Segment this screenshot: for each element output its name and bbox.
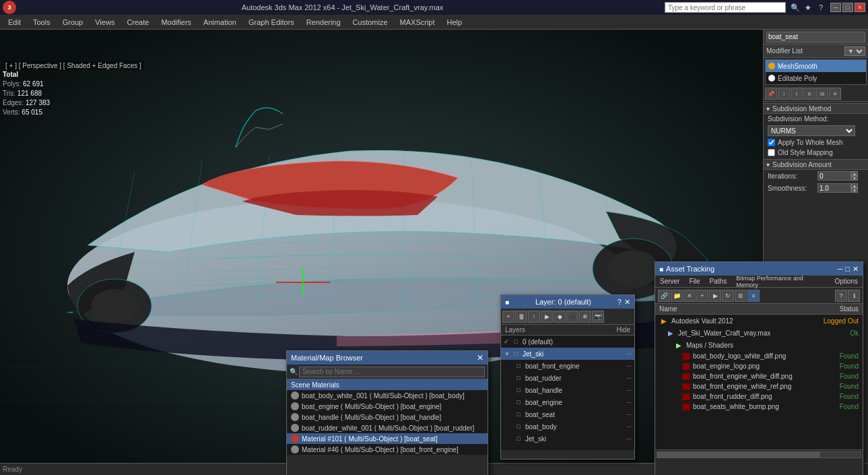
apply-whole-mesh-checkbox[interactable]: [768, 139, 775, 146]
mat-item-0[interactable]: boat_body_white_001 ( Multi/Sub-Object )…: [287, 390, 488, 401]
asset-map-4[interactable]: boat_front_rudder_diff.png Found: [655, 391, 863, 402]
close-button[interactable]: ✕: [855, 3, 865, 12]
asset-close[interactable]: ✕: [853, 265, 859, 274]
search-icon[interactable]: 🔍: [790, 2, 801, 13]
asset-minimize[interactable]: ─: [838, 265, 843, 274]
layer-btn-highlight[interactable]: ⬛: [566, 311, 578, 323]
modifier-editablepoly[interactable]: Editable Poly: [766, 72, 866, 84]
svg-line-11: [471, 161, 478, 306]
mat-item-2[interactable]: boat_handle ( Multi/Sub-Object ) [boat_h…: [287, 412, 488, 422]
menu-item-views[interactable]: Views: [90, 17, 120, 28]
menu-item-help[interactable]: Help: [442, 17, 468, 28]
layer-btn-add[interactable]: ▶: [541, 311, 553, 323]
asset-btn-add[interactable]: +: [696, 290, 708, 302]
old-style-mapping-checkbox[interactable]: [768, 149, 775, 156]
asset-btn-grid[interactable]: ⊞: [735, 290, 747, 302]
iterations-up[interactable]: ▲: [851, 171, 858, 176]
asset-btn-arrow[interactable]: ▶: [709, 290, 721, 302]
asset-menu-server[interactable]: Server: [658, 277, 681, 286]
rp-btn-move[interactable]: ↕: [778, 88, 790, 100]
method-select[interactable]: NURMS Classic Quad Output: [768, 125, 855, 136]
asset-map-2[interactable]: boat_front_engine_white_diff.png Found: [655, 371, 863, 381]
asset-maps-group[interactable]: ▶ Maps / Shaders: [655, 339, 863, 351]
menu-item-edit[interactable]: Edit: [3, 17, 26, 28]
smoothness-down[interactable]: ▼: [851, 188, 858, 193]
help-icon[interactable]: ?: [815, 2, 826, 13]
iterations-down[interactable]: ▼: [851, 176, 858, 181]
object-name-input[interactable]: [766, 32, 865, 42]
asset-map-name-0: boat_body_logo_white_diff.png: [693, 352, 805, 360]
asset-btn-connect[interactable]: 🔗: [658, 290, 670, 302]
rp-btn-4[interactable]: ≡: [829, 88, 841, 100]
asset-maximize[interactable]: □: [845, 265, 850, 274]
layer-name-8: Jet_ski: [525, 435, 546, 443]
modifier-list-dropdown[interactable]: ▼: [844, 46, 865, 56]
layer-item-5[interactable]: □ boat_engine ···: [501, 396, 634, 408]
asset-btn-x[interactable]: ✕: [683, 290, 696, 302]
rp-btn-3[interactable]: III: [816, 88, 828, 100]
asset-map-5[interactable]: boat_seats_white_bump.png Found: [655, 402, 863, 412]
asset-map-name-1: boat_engine_logo.png: [693, 362, 805, 370]
layer-item-8[interactable]: □ Jet_ski ···: [501, 433, 634, 445]
app-logo: 3: [3, 1, 20, 14]
asset-btn-folder[interactable]: 📁: [671, 290, 683, 302]
smoothness-input[interactable]: [817, 183, 851, 193]
rp-btn-1[interactable]: I: [791, 88, 803, 100]
menu-item-tools[interactable]: Tools: [28, 17, 56, 28]
layer-btn-freeze[interactable]: ❄: [579, 311, 591, 323]
layer-item-2[interactable]: □ boat_front_engine ···: [501, 360, 634, 372]
asset-menu-paths[interactable]: Paths: [708, 277, 729, 286]
rp-btn-pin[interactable]: 📌: [765, 88, 777, 100]
asset-menu-options[interactable]: Options: [833, 277, 860, 286]
asset-btn-list[interactable]: ≡: [747, 290, 760, 302]
mat-item-3[interactable]: boat_rudder_white_001 ( Multi/Sub-Object…: [287, 422, 488, 433]
mat-browser-close[interactable]: ✕: [477, 353, 483, 362]
asset-provider[interactable]: ▶ Autodesk Vault 2012 Logged Out: [655, 315, 863, 327]
search-bar[interactable]: [665, 2, 786, 13]
rp-btn-2[interactable]: II: [803, 88, 815, 100]
layer-close[interactable]: ✕: [624, 298, 630, 307]
menu-item-graph-editors[interactable]: Graph Editors: [243, 17, 300, 28]
menu-item-maxscript[interactable]: MAXScript: [395, 17, 440, 28]
mat-item-1[interactable]: boat_engine ( Multi/Sub-Object ) [boat_e…: [287, 401, 488, 412]
asset-map-3[interactable]: boat_front_engine_white_ref.png Found: [655, 381, 863, 391]
menu-item-modifiers[interactable]: Modifiers: [156, 17, 197, 28]
asset-map-0[interactable]: boat_body_logo_white_diff.png Found: [655, 351, 863, 361]
layer-item-7[interactable]: □ boat_body ···: [501, 420, 634, 433]
bookmark-icon[interactable]: ★: [803, 2, 813, 13]
layer-question[interactable]: ?: [617, 298, 622, 306]
asset-btn-refresh[interactable]: ↻: [722, 290, 734, 302]
asset-btn-help[interactable]: ?: [835, 290, 847, 302]
asset-map-1[interactable]: boat_engine_logo.png Found: [655, 361, 863, 371]
menu-item-animation[interactable]: Animation: [198, 17, 242, 28]
layer-item-6[interactable]: □ boat_seat ···: [501, 408, 634, 420]
smoothness-up[interactable]: ▲: [851, 183, 858, 188]
search-input[interactable]: [668, 4, 782, 11]
mat-item-5[interactable]: Material #46 ( Multi/Sub-Object ) [boat_…: [287, 444, 488, 455]
layer-btn-new[interactable]: +: [502, 311, 514, 323]
layer-btn-delete[interactable]: 🗑: [515, 311, 527, 323]
mat-name-4: Material #101 ( Multi/Sub-Object ) [boat…: [302, 435, 438, 443]
asset-file[interactable]: ▶ Jet_Ski_Water_Craft_vray.max Ok: [655, 327, 863, 339]
titlebar: 3 Autodesk 3ds Max 2012 x64 - Jet_Ski_Wa…: [0, 0, 868, 15]
minimize-button[interactable]: ─: [830, 3, 841, 12]
asset-btn-info[interactable]: ℹ: [848, 290, 860, 302]
layer-btn-select[interactable]: ◆: [554, 311, 566, 323]
mat-search-input[interactable]: [299, 367, 485, 377]
asset-menu-bitmap[interactable]: Bitmap Performance and Memory: [734, 274, 827, 289]
layer-btn-move-up[interactable]: ↑: [528, 311, 540, 323]
iterations-input[interactable]: [817, 171, 851, 181]
layer-btn-render[interactable]: 📷: [592, 311, 604, 323]
menu-item-rendering[interactable]: Rendering: [301, 17, 346, 28]
maximize-button[interactable]: □: [842, 3, 853, 12]
layer-item-4[interactable]: □ boat_handle ···: [501, 384, 634, 396]
menu-item-customize[interactable]: Customize: [347, 17, 393, 28]
mat-item-4[interactable]: Material #101 ( Multi/Sub-Object ) [boat…: [287, 433, 488, 444]
menu-item-group[interactable]: Group: [57, 17, 89, 28]
layer-item-1[interactable]: ▼ □ Jet_ski ···: [501, 348, 634, 360]
asset-menu-file[interactable]: File: [687, 277, 702, 286]
layer-item-3[interactable]: □ boat_rudder ···: [501, 372, 634, 384]
modifier-meshsmooth[interactable]: MeshSmooth: [766, 60, 866, 72]
layer-item-0[interactable]: ✓ □ 0 (default): [501, 336, 634, 348]
menu-item-create[interactable]: Create: [121, 17, 154, 28]
